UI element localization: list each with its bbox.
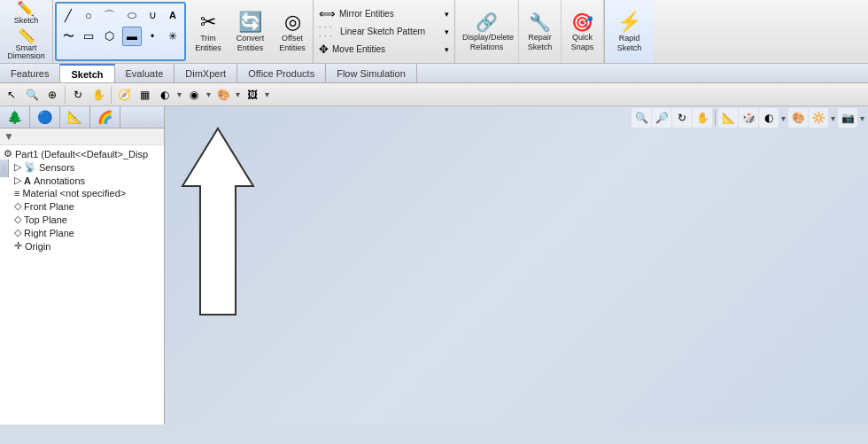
tab-flow-simulation[interactable]: Flow Simulation [326, 64, 417, 82]
tree-item-annotations[interactable]: ▷ A Annotations [0, 174, 164, 187]
tab-evaluate[interactable]: Evaluate [115, 64, 175, 82]
tree-item-right-plane[interactable]: ◇ Right Plane [0, 226, 164, 239]
view-pan-btn[interactable]: ✋ [693, 108, 712, 128]
sketch-button[interactable]: ✏️ Sketch [12, 0, 41, 27]
repair-label: RepairSketch [528, 33, 553, 52]
property-manager-icon: 🔵 [37, 110, 52, 124]
sidebar-tab-config[interactable]: 📐 [60, 106, 90, 128]
part-label: Part1 (Default<<Default>_Disp [15, 149, 148, 160]
arrow-annotation [169, 124, 267, 319]
zoom-in[interactable]: ⊕ [43, 85, 62, 105]
polygon-tool[interactable]: ⬡ [99, 27, 119, 46]
sidebar-resize-handle[interactable]: ⋮ [0, 160, 9, 177]
tree-item-front-plane[interactable]: ◇ Front Plane [0, 199, 164, 213]
rapid-sketch-button[interactable]: ⚡ RapidSketch [605, 0, 654, 63]
display-style[interactable]: ◐ [155, 85, 174, 105]
feature-manager-icon: 🌲 [7, 110, 22, 124]
quick-snaps-icon: 🎯 [571, 12, 593, 33]
offset-entities-button[interactable]: ◎ OffsetEntities [275, 2, 309, 61]
tree-item-material[interactable]: ≡ Material <not specified> [0, 187, 164, 199]
zoom-to-fit[interactable]: 🔍 [22, 85, 42, 105]
toolbar-row2: ↖ 🔍 ⊕ ↻ ✋ 🧭 ▦ ◐ ▾ ◉ ▾ 🎨 ▾ 🖼 ▾ [0, 83, 868, 106]
zoom-fit-btn[interactable]: 🔍 [632, 108, 651, 128]
point-tool[interactable]: • [143, 27, 162, 46]
sidebar-tab-property[interactable]: 🔵 [30, 106, 60, 128]
offset-icon: ◎ [284, 11, 301, 34]
move-label: Move Entities [332, 44, 385, 54]
camera-chev[interactable]: ▾ [858, 113, 866, 123]
view3d-btn[interactable]: 🎲 [739, 108, 758, 128]
display-style-chevron[interactable]: ▾ [175, 90, 183, 99]
parabola-tool[interactable]: ∪ [143, 5, 162, 25]
tools-extra-row2: ▬ • ✳ [122, 27, 182, 46]
move-dropdown[interactable]: ▾ [445, 45, 449, 54]
zoom-out-btn[interactable]: 🔎 [652, 108, 671, 128]
rotate-view[interactable]: ↻ [68, 85, 88, 105]
convert-entities-button[interactable]: 🔄 Convert Entities [227, 2, 274, 61]
hide-show-chevron[interactable]: ▾ [205, 90, 213, 99]
quick-snaps-label: QuickSnaps [571, 33, 594, 52]
convert-label: Convert Entities [230, 34, 270, 53]
arc-tool[interactable]: ⌒ [99, 6, 119, 26]
mirror-label: Mirror Entities [339, 9, 394, 19]
tree-item-origin[interactable]: ✛ Origin [0, 239, 164, 253]
right-plane-label: Right Plane [24, 228, 74, 238]
edit-appear-chevron[interactable]: ▾ [234, 90, 242, 99]
display-delete-button[interactable]: 🔗 Display/DeleteRelations [455, 0, 519, 63]
trim-convert-offset-group: ✂ TrimEntities 🔄 Convert Entities ◎ Offs… [188, 0, 314, 63]
part-icon: ⚙ [4, 148, 12, 160]
view-style-btn[interactable]: ◐ [759, 108, 779, 128]
spline-tool[interactable]: 〜 [58, 27, 78, 46]
select-tool[interactable]: ↖ [2, 85, 21, 105]
tab-bar: Features Sketch Evaluate DimXpert Office… [0, 64, 868, 83]
rectangle-tool[interactable]: ▭ [79, 27, 98, 46]
linear-pattern-button[interactable]: ······ Linear Sketch Pattern ▾ [317, 22, 451, 41]
text-tool[interactable]: A [163, 5, 182, 25]
sketch-rel-btn[interactable]: 📐 [718, 108, 738, 128]
material-label: Material <not specified> [22, 188, 126, 199]
centerline-tool[interactable]: ▬ [122, 27, 142, 46]
view-style-chev[interactable]: ▾ [779, 113, 787, 123]
tab-office-products[interactable]: Office Products [237, 64, 326, 82]
move-entities-button[interactable]: ✥ Move Entities ▾ [317, 42, 451, 57]
sketch-view[interactable]: 🖼 [243, 85, 262, 105]
trim-entities-button[interactable]: ✂ TrimEntities [191, 2, 225, 61]
toolbar-row1: ✏️ Sketch 📏 SmartDimension ╱ ○ ⌒ 〜 ▭ ⬡ ⬭… [0, 0, 868, 64]
extra-chev[interactable]: ▾ [829, 113, 837, 123]
sketch-view-chevron[interactable]: ▾ [263, 90, 271, 99]
edit-appear[interactable]: 🎨 [213, 85, 233, 105]
section-view[interactable]: ▦ [135, 85, 154, 105]
line-tool[interactable]: ╱ [58, 6, 78, 26]
smart-dim-label: SmartDimension [7, 44, 45, 62]
mirror-entities-button[interactable]: ⟺ Mirror Entities ▾ [317, 6, 451, 21]
tree-item-top-plane[interactable]: ◇ Top Plane [0, 213, 164, 226]
display-delete-icon: 🔗 [476, 12, 498, 33]
sidebar-tab-display[interactable]: 🌈 [90, 106, 120, 128]
view-sep1 [715, 110, 716, 126]
view-rotate-btn[interactable]: ↻ [672, 108, 692, 128]
linear-dropdown[interactable]: ▾ [445, 27, 449, 36]
main-content: 🌲 🔵 📐 🌈 ▼ ⚙ Part1 (Default<<Default>_Dis… [0, 106, 868, 425]
tab-features[interactable]: Features [0, 64, 60, 82]
sidebar-tab-feature[interactable]: 🌲 [0, 106, 30, 128]
tree-item-sensors[interactable]: ▷ 📡 Sensors [0, 160, 164, 174]
star-tool[interactable]: ✳ [163, 27, 182, 46]
material-icon: ≡ [14, 188, 19, 199]
circle-tool[interactable]: ○ [79, 6, 98, 26]
quick-snaps-button[interactable]: 🎯 QuickSnaps [562, 0, 604, 63]
ellipse-tool[interactable]: ⬭ [122, 5, 142, 25]
sidebar-tabs: 🌲 🔵 📐 🌈 [0, 106, 164, 129]
color-btn[interactable]: 🎨 [788, 108, 808, 128]
front-plane-icon: ◇ [14, 200, 21, 212]
hide-show[interactable]: ◉ [184, 85, 204, 105]
view-orient[interactable]: 🧭 [114, 85, 134, 105]
camera-btn[interactable]: 📷 [838, 108, 857, 128]
smart-dimension-button[interactable]: 📏 SmartDimension [5, 27, 47, 64]
mirror-dropdown[interactable]: ▾ [445, 10, 449, 19]
tab-sketch[interactable]: Sketch [60, 64, 114, 82]
pan-view[interactable]: ✋ [89, 85, 108, 105]
tree-item-part[interactable]: ⚙ Part1 (Default<<Default>_Disp [0, 147, 164, 160]
tab-dimxpert[interactable]: DimXpert [174, 64, 237, 82]
extra-btn1[interactable]: 🔆 [809, 108, 828, 128]
repair-sketch-button[interactable]: 🔧 RepairSketch [519, 0, 562, 63]
